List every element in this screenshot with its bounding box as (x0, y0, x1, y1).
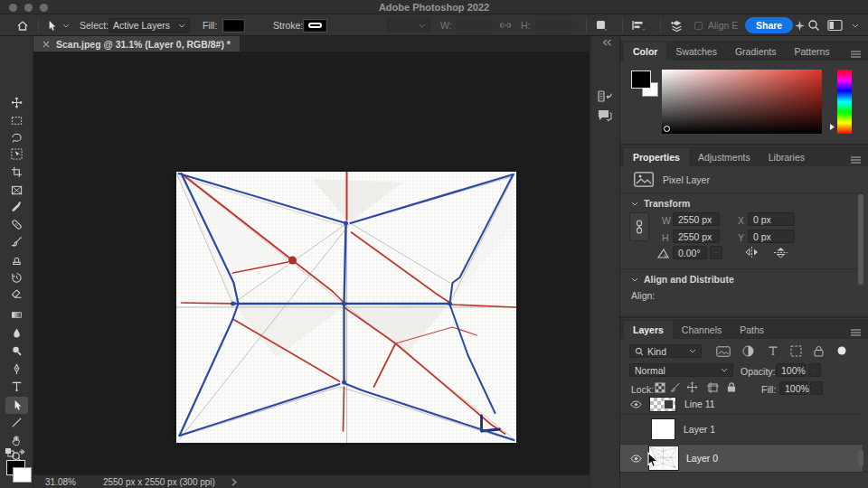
tab-properties[interactable]: Properties (624, 148, 689, 166)
layers-scrollbar[interactable] (858, 450, 863, 466)
tab-libraries[interactable]: Libraries (760, 148, 814, 166)
tab-paths[interactable]: Paths (731, 321, 773, 339)
lock-pixels-icon[interactable] (671, 382, 681, 393)
stroke-width-dropdown[interactable] (387, 18, 430, 33)
link-dimensions-button[interactable] (499, 14, 512, 36)
layer-name[interactable]: Layer 0 (686, 453, 718, 464)
align-edges-checkbox[interactable] (694, 14, 703, 36)
filter-toggle-icon[interactable] (836, 345, 847, 356)
stroke-swatch[interactable] (304, 20, 326, 32)
clone-stamp-tool[interactable] (5, 251, 28, 268)
filter-smart-objects-icon[interactable] (814, 345, 824, 357)
tab-swatches[interactable]: Swatches (666, 42, 726, 61)
pen-tool[interactable] (5, 361, 28, 378)
new-features-button[interactable] (795, 14, 805, 36)
layer-name[interactable]: Line 11 (684, 399, 715, 409)
flip-horizontal-icon[interactable] (745, 247, 759, 258)
panel-menu-icon[interactable] (850, 51, 862, 59)
align-distribute-section-header[interactable]: Align and Distribute (631, 274, 734, 285)
collapse-panels-icon[interactable] (602, 39, 612, 46)
layer-row-layer-1[interactable]: Layer 1 (620, 415, 863, 444)
eyedropper-tool[interactable] (5, 198, 28, 215)
panel-menu-icon[interactable] (850, 156, 862, 164)
fill-swatch[interactable] (223, 20, 244, 32)
lock-all-icon[interactable] (727, 381, 736, 393)
marquee-tool[interactable] (5, 112, 28, 129)
x-value-field[interactable]: 0 px (748, 212, 795, 226)
brush-tool[interactable] (5, 233, 28, 250)
layer-name[interactable]: Layer 1 (684, 424, 715, 435)
panel-menu-icon[interactable] (850, 329, 862, 337)
zoom-level-field[interactable]: 31.08% (45, 477, 76, 487)
home-button[interactable] (16, 14, 29, 36)
blur-tool[interactable] (5, 324, 28, 342)
lasso-tool[interactable] (5, 129, 28, 146)
fill-slider-dropdown[interactable] (810, 381, 823, 395)
layer-filter-kind-dropdown[interactable]: Kind (629, 344, 702, 358)
hue-slider-marker[interactable] (829, 123, 835, 131)
lock-transparency-icon[interactable] (655, 382, 665, 393)
layer-thumbnail[interactable] (649, 397, 676, 412)
canvas-area[interactable] (33, 52, 590, 474)
type-tool[interactable] (5, 378, 28, 395)
filter-shape-layers-icon[interactable] (790, 345, 802, 357)
path-arrangement-button[interactable] (669, 14, 684, 36)
tab-color[interactable]: Color (624, 42, 666, 61)
move-tool[interactable] (5, 94, 28, 111)
select-mode-dropdown[interactable]: Active Layers (108, 18, 190, 33)
healing-brush-tool[interactable] (5, 216, 28, 233)
transform-section-header[interactable]: Transform (631, 198, 690, 209)
opacity-slider-dropdown[interactable] (808, 363, 821, 377)
gradient-tool[interactable] (5, 306, 28, 324)
filter-type-layers-icon[interactable] (768, 345, 778, 356)
height-value-field[interactable]: 2550 px (673, 230, 720, 243)
y-value-field[interactable]: 0 px (748, 230, 795, 243)
object-selection-tool[interactable] (5, 145, 28, 163)
color-field[interactable] (662, 70, 822, 134)
status-options-chevron-icon[interactable] (231, 478, 237, 486)
document-image[interactable] (176, 172, 516, 443)
line-tool[interactable] (5, 414, 28, 431)
rotation-presets-dropdown[interactable] (710, 246, 722, 259)
comments-panel-button[interactable] (597, 108, 613, 123)
hue-slider[interactable] (837, 70, 852, 134)
width-value-field[interactable]: 2550 px (673, 212, 720, 226)
rotation-angle-field[interactable]: 0.00° (673, 246, 707, 259)
lock-position-icon[interactable] (686, 381, 698, 393)
shape-width-field[interactable] (455, 19, 495, 32)
frame-tool[interactable] (5, 182, 28, 199)
search-button[interactable] (807, 14, 820, 36)
default-colors-button[interactable] (5, 445, 28, 457)
crop-tool[interactable] (5, 164, 28, 181)
tab-layers[interactable]: Layers (624, 321, 673, 339)
path-selection-tool[interactable] (5, 397, 28, 414)
fill-field[interactable]: 100% (779, 381, 808, 395)
path-alignment-button[interactable] (631, 14, 646, 36)
background-color-swatch[interactable] (13, 467, 32, 483)
share-button[interactable]: Share (745, 17, 793, 33)
opacity-field[interactable]: 100% (776, 363, 807, 377)
lock-artboard-icon[interactable] (707, 382, 719, 393)
flip-vertical-icon[interactable] (774, 247, 788, 258)
tool-preset-button[interactable] (45, 14, 70, 36)
blend-mode-dropdown[interactable]: Normal (629, 363, 733, 377)
workspace-switcher-button[interactable] (827, 14, 843, 36)
tab-channels[interactable]: Channels (673, 321, 731, 339)
close-tab-icon[interactable] (42, 41, 50, 48)
eraser-tool[interactable] (5, 286, 28, 303)
dodge-tool[interactable] (5, 343, 28, 360)
panel-foreground-swatch[interactable] (631, 70, 651, 89)
visibility-toggle-eye-icon[interactable] (628, 455, 643, 463)
layer-thumbnail[interactable] (651, 418, 675, 440)
tab-patterns[interactable]: Patterns (785, 42, 838, 61)
document-tab[interactable]: Scan.jpeg @ 31.1% (Layer 0, RGB/8#) * (33, 36, 240, 52)
visibility-toggle-eye-icon[interactable] (628, 400, 643, 408)
options-overflow-button[interactable] (852, 14, 859, 36)
history-brush-tool[interactable] (5, 269, 28, 286)
constrain-proportions-button[interactable] (629, 212, 649, 241)
tab-adjustments[interactable]: Adjustments (689, 148, 760, 166)
shape-height-field[interactable] (534, 19, 574, 32)
properties-scrollbar[interactable] (858, 194, 863, 285)
filter-pixel-layers-icon[interactable] (716, 346, 731, 357)
tab-gradients[interactable]: Gradients (726, 42, 786, 61)
